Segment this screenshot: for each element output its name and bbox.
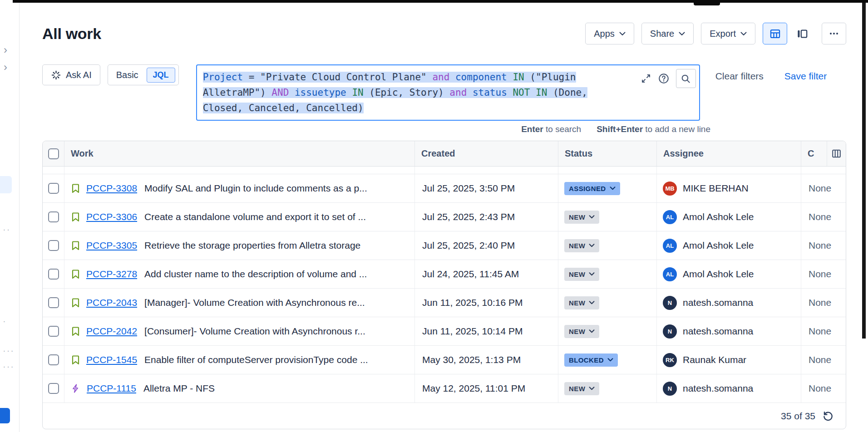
issue-key-link[interactable]: PCCP-2042	[86, 326, 137, 337]
status-cell: NEW	[558, 203, 657, 231]
row-checkbox[interactable]	[48, 240, 59, 251]
status-badge[interactable]: ASSIGNED	[564, 182, 620, 195]
assignee-name: Raunak Kumar	[683, 354, 746, 365]
jql-editor[interactable]: Project = "Private Cloud Control Plane" …	[196, 64, 700, 121]
chevron-right-icon[interactable]: ›	[4, 44, 7, 55]
avatar: N	[663, 296, 677, 310]
work-cell: PCCP-2042[Consumer]- Volume Creation wit…	[64, 317, 415, 345]
category-cell[interactable]: None	[801, 346, 846, 374]
category-cell[interactable]: None	[801, 174, 846, 202]
status-badge[interactable]: BLOCKED	[564, 353, 618, 367]
avatar: AL	[663, 239, 677, 253]
status-badge[interactable]: NEW	[564, 239, 599, 252]
category-cell[interactable]: None	[801, 231, 846, 260]
refresh-button[interactable]	[822, 410, 834, 422]
jql-token-text: (Epic, Story)	[364, 87, 450, 98]
issue-key-link[interactable]: PCCP-1545	[86, 354, 137, 365]
sidebar-bottom-button[interactable]	[0, 408, 10, 423]
issue-key-link[interactable]: PCCP-2043	[86, 297, 137, 308]
assignee-name: MIKE BERHAN	[683, 183, 749, 194]
run-search-button[interactable]	[676, 69, 696, 88]
table-row[interactable]: PCCP-2042[Consumer]- Volume Creation wit…	[43, 317, 846, 345]
sidebar-active-item[interactable]	[0, 176, 12, 193]
jql-token-text	[346, 87, 352, 98]
assignee-cell: Nnatesh.somanna	[657, 317, 801, 345]
detail-view-button[interactable]	[790, 23, 814, 44]
issue-key-link[interactable]: PCCP-3278	[86, 269, 137, 280]
chevron-right-icon[interactable]: ›	[4, 62, 7, 73]
issue-key-link[interactable]: PCCP-1115	[87, 383, 136, 394]
jql-token-operator: IN	[513, 72, 524, 83]
category-cell[interactable]: None	[801, 203, 846, 231]
sparkle-icon	[51, 70, 61, 80]
category-cell[interactable]: None	[801, 260, 846, 288]
table-row[interactable]: PCCP-3278Add cluster name to the descrip…	[43, 260, 846, 288]
created-cell: Jun 11, 2025, 10:16 PM	[415, 289, 558, 317]
row-checkbox[interactable]	[48, 269, 59, 280]
issue-summary: Alletra MP - NFS	[143, 383, 215, 394]
list-view-button[interactable]	[763, 23, 787, 44]
table-row[interactable]: PCCP-3308Modify SAL and Plugin to includ…	[43, 174, 846, 202]
share-button[interactable]: Share	[641, 23, 694, 44]
syntax-help-icon[interactable]	[658, 73, 670, 84]
export-button[interactable]: Export	[701, 23, 755, 44]
jql-mode-button[interactable]: JQL	[147, 68, 175, 83]
row-checkbox[interactable]	[48, 354, 59, 365]
status-badge[interactable]: NEW	[564, 382, 599, 395]
avatar: MB	[663, 182, 677, 196]
jql-token-keyword: and	[432, 72, 449, 83]
row-checkbox[interactable]	[48, 297, 59, 308]
row-checkbox[interactable]	[48, 383, 59, 394]
status-badge[interactable]: NEW	[564, 268, 599, 281]
sidebar-overflow-dots: ··	[3, 224, 10, 235]
category-cell[interactable]: None	[801, 317, 846, 345]
chevron-down-icon	[589, 387, 595, 390]
assignee-cell: ALAmol Ashok Lele	[657, 203, 801, 231]
table-row[interactable]: PCCP-1115Alletra MP - NFSMay 12, 2025, 1…	[43, 374, 846, 403]
configure-columns-button[interactable]	[827, 141, 846, 166]
status-badge[interactable]: NEW	[564, 296, 599, 309]
category-cell[interactable]: None	[801, 289, 846, 317]
share-button-label: Share	[650, 29, 674, 39]
column-header-created[interactable]: Created	[415, 141, 558, 166]
expand-editor-icon[interactable]	[641, 73, 651, 84]
window-top-edge	[13, 0, 868, 3]
basic-mode-button[interactable]: Basic	[108, 70, 147, 80]
issue-summary: Add cluster name to the description of v…	[144, 269, 367, 280]
column-header-work[interactable]: Work	[64, 141, 415, 166]
status-badge[interactable]: NEW	[564, 325, 599, 338]
column-header-assignee[interactable]: Assignee	[657, 141, 801, 166]
table-row[interactable]: PCCP-2043[Manager]- Volume Creation with…	[43, 288, 846, 317]
ask-ai-button[interactable]: Ask AI	[42, 64, 100, 85]
created-cell: Jul 24, 2025, 11:45 AM	[415, 260, 558, 288]
apps-button[interactable]: Apps	[585, 23, 634, 44]
table-row[interactable]: PCCP-3306Create a standalone volume and …	[43, 202, 846, 231]
issue-key-link[interactable]: PCCP-3305	[86, 240, 137, 251]
issue-key-link[interactable]: PCCP-3308	[86, 183, 137, 194]
row-checkbox[interactable]	[48, 183, 59, 194]
row-checkbox[interactable]	[48, 211, 59, 222]
jql-token-text: Closed, Canceled, Cancelled)	[203, 103, 364, 113]
column-header-status[interactable]: Status	[558, 141, 657, 166]
category-cell[interactable]: None	[801, 374, 846, 403]
clear-filters-button[interactable]: Clear filters	[715, 71, 764, 82]
status-badge[interactable]: NEW	[564, 211, 599, 224]
row-checkbox-cell	[43, 289, 64, 317]
select-all-checkbox[interactable]	[48, 148, 59, 159]
work-cell: PCCP-2043[Manager]- Volume Creation with…	[64, 289, 415, 317]
save-filter-link[interactable]: Save filter	[784, 71, 827, 82]
story-icon	[71, 297, 80, 308]
assignee-cell: Nnatesh.somanna	[657, 289, 801, 317]
table-row[interactable]: PCCP-3305Retrieve the storage properties…	[43, 231, 846, 260]
chevron-down-icon	[589, 272, 595, 276]
status-cell: ASSIGNED	[558, 174, 657, 202]
row-checkbox[interactable]	[48, 326, 59, 337]
table-row[interactable]: PCCP-1545Enable filter of computeServer …	[43, 345, 846, 374]
assignee-cell: RKRaunak Kumar	[657, 346, 801, 374]
jql-token-text: AlletraMP")	[203, 87, 272, 98]
column-header-category-label[interactable]: C	[808, 148, 814, 159]
search-mode-switch: Basic JQL	[108, 64, 179, 85]
jql-token-text: (Done,	[547, 87, 587, 98]
more-actions-button[interactable]	[822, 23, 846, 44]
issue-key-link[interactable]: PCCP-3306	[86, 211, 137, 222]
